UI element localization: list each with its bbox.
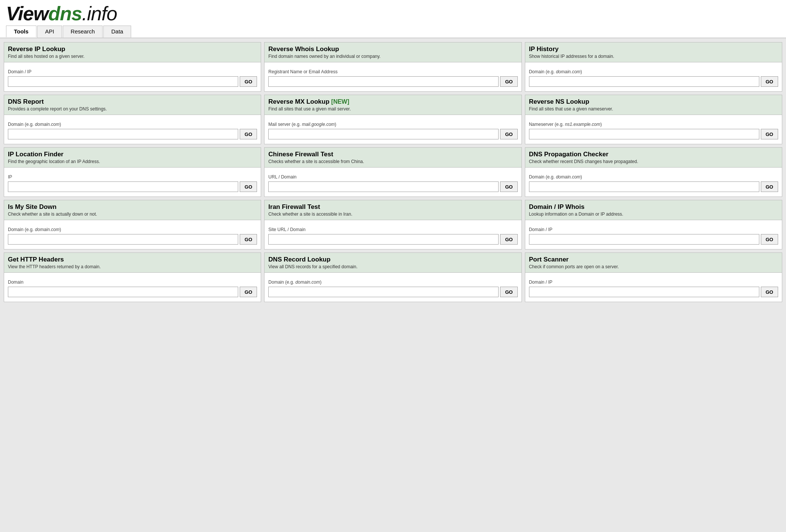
go-button[interactable]: GO xyxy=(500,287,517,297)
go-button[interactable]: GO xyxy=(761,181,778,192)
go-button[interactable]: GO xyxy=(240,287,257,297)
tool-header: Reverse IP Lookup Find all sites hosted … xyxy=(4,42,261,62)
go-button[interactable]: GO xyxy=(761,129,778,139)
tool-title: Reverse NS Lookup xyxy=(529,98,778,106)
tool-label: Domain xyxy=(8,280,257,285)
tool-desc: View the HTTP headers returned by a doma… xyxy=(8,264,257,269)
tool-title: Domain / IP Whois xyxy=(529,203,778,211)
go-button[interactable]: GO xyxy=(240,234,257,245)
go-button[interactable]: GO xyxy=(500,129,517,139)
tool-card: DNS Record Lookup View all DNS records f… xyxy=(264,252,521,302)
tool-label: Mail server (e.g. mail.google.com) xyxy=(268,122,517,127)
logo-info: .info xyxy=(82,3,117,24)
tool-card: Iran Firewall Test Check whether a site … xyxy=(264,200,521,249)
tool-input[interactable] xyxy=(8,129,238,139)
tab-research[interactable]: Research xyxy=(63,26,103,38)
go-button[interactable]: GO xyxy=(240,129,257,139)
tool-label: Domain (e.g. domain.com) xyxy=(529,174,778,180)
tool-input[interactable] xyxy=(8,76,238,87)
tab-tools[interactable]: Tools xyxy=(6,26,36,38)
tool-title: IP History xyxy=(529,45,778,53)
input-row: GO xyxy=(529,181,778,192)
tool-body: Domain GO xyxy=(4,273,261,302)
tool-input[interactable] xyxy=(268,234,499,245)
tool-title: Reverse Whois Lookup xyxy=(268,45,517,53)
go-button[interactable]: GO xyxy=(500,76,517,87)
tool-desc: Find the geographic location of an IP Ad… xyxy=(8,159,257,164)
tool-desc: Check whether recent DNS changes have pr… xyxy=(529,159,778,164)
tool-input[interactable] xyxy=(529,181,759,192)
tool-label: IP xyxy=(8,174,257,180)
tool-header: Port Scanner Check if common ports are o… xyxy=(525,253,782,273)
tool-body: Domain / IP GO xyxy=(525,273,782,302)
tool-input[interactable] xyxy=(529,129,759,139)
tool-title: Chinese Firewall Test xyxy=(268,151,517,158)
tool-desc: View all DNS records for a specified dom… xyxy=(268,264,517,269)
main-content: Reverse IP Lookup Find all sites hosted … xyxy=(0,38,786,306)
tool-desc: Find all sites that use a given mail ser… xyxy=(268,106,517,112)
tool-label: Domain / IP xyxy=(8,69,257,74)
input-row: GO xyxy=(8,234,257,245)
tool-body: Domain (e.g. domain.com) GO xyxy=(525,168,782,196)
tool-desc: Show historical IP addresses for a domai… xyxy=(529,54,778,59)
go-button[interactable]: GO xyxy=(240,76,257,87)
tool-header: DNS Record Lookup View all DNS records f… xyxy=(265,253,521,273)
tool-input[interactable] xyxy=(268,287,499,297)
tool-card: Port Scanner Check if common ports are o… xyxy=(525,252,782,302)
tool-card: Is My Site Down Check whether a site is … xyxy=(4,200,261,249)
tool-label: Registrant Name or Email Address xyxy=(268,69,517,74)
tool-title: Is My Site Down xyxy=(8,203,257,211)
tool-input[interactable] xyxy=(8,181,238,192)
tool-desc: Check whether a site is accessible in Ir… xyxy=(268,212,517,217)
input-row: GO xyxy=(529,129,778,139)
tool-title: DNS Propagation Checker xyxy=(529,151,778,158)
tool-header: IP Location Finder Find the geographic l… xyxy=(4,148,261,168)
tool-body: Nameserver (e.g. ns1.example.com) GO xyxy=(525,115,782,144)
tool-input[interactable] xyxy=(529,234,759,245)
tool-desc: Checks whether a site is accessible from… xyxy=(268,159,517,164)
tool-input[interactable] xyxy=(529,287,759,297)
tool-desc: Find domain names owned by an individual… xyxy=(268,54,517,59)
header: Viewdns.info Tools API Research Data xyxy=(0,0,786,38)
tool-body: Domain (e.g. domain.com) GO xyxy=(265,273,521,302)
tool-card: Reverse MX Lookup [NEW] Find all sites t… xyxy=(264,95,521,144)
tool-header: Domain / IP Whois Lookup information on … xyxy=(525,200,782,220)
tool-input[interactable] xyxy=(268,129,499,139)
tool-card: Chinese Firewall Test Checks whether a s… xyxy=(264,147,521,197)
tool-card: IP Location Finder Find the geographic l… xyxy=(4,147,261,197)
tool-title: DNS Report xyxy=(8,98,257,106)
tool-body: Domain (e.g. domain.com) GO xyxy=(4,220,261,249)
tool-title: IP Location Finder xyxy=(8,151,257,158)
tool-input[interactable] xyxy=(268,181,499,192)
tool-label: Domain (e.g. domain.com) xyxy=(8,122,257,127)
go-button[interactable]: GO xyxy=(500,181,517,192)
tool-input[interactable] xyxy=(268,76,499,87)
tab-api[interactable]: API xyxy=(37,26,62,38)
tool-header: IP History Show historical IP addresses … xyxy=(525,42,782,62)
tool-input[interactable] xyxy=(8,234,238,245)
tool-body: Mail server (e.g. mail.google.com) GO xyxy=(265,115,521,144)
go-button[interactable]: GO xyxy=(500,234,517,245)
go-button[interactable]: GO xyxy=(240,181,257,192)
tool-card: Reverse Whois Lookup Find domain names o… xyxy=(264,42,521,92)
go-button[interactable]: GO xyxy=(761,76,778,87)
tool-card: DNS Report Provides a complete report on… xyxy=(4,95,261,144)
tool-header: Reverse Whois Lookup Find domain names o… xyxy=(265,42,521,62)
tool-title: Iran Firewall Test xyxy=(268,203,517,211)
tool-label: URL / Domain xyxy=(268,174,517,180)
input-row: GO xyxy=(8,76,257,87)
tool-title: DNS Record Lookup xyxy=(268,256,517,263)
tool-label: Nameserver (e.g. ns1.example.com) xyxy=(529,122,778,127)
input-row: GO xyxy=(529,287,778,297)
input-row: GO xyxy=(8,181,257,192)
tools-grid: Reverse IP Lookup Find all sites hosted … xyxy=(4,42,782,302)
tool-label: Domain (e.g. domain.com) xyxy=(8,227,257,232)
go-button[interactable]: GO xyxy=(761,234,778,245)
tab-data[interactable]: Data xyxy=(103,26,131,38)
input-row: GO xyxy=(8,287,257,297)
tool-input[interactable] xyxy=(529,76,759,87)
go-button[interactable]: GO xyxy=(761,287,778,297)
input-row: GO xyxy=(529,76,778,87)
tool-desc: Find all sites hosted on a given server. xyxy=(8,54,257,59)
tool-input[interactable] xyxy=(8,287,238,297)
